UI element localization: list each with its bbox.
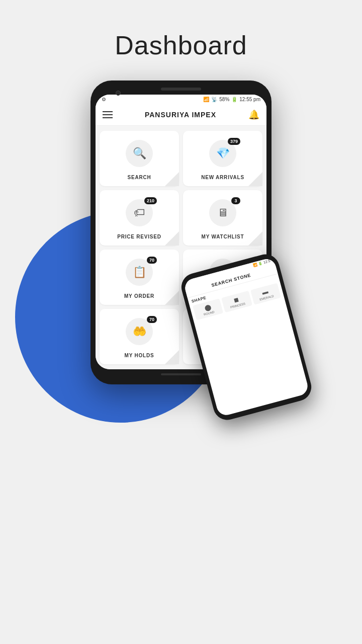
card-my-holds[interactable]: 🤲70MY HOLDS — [100, 309, 179, 364]
status-left: ⚙ — [102, 97, 106, 102]
emerald-shape-icon: ▬ — [261, 288, 269, 296]
time-display: 12:55 pm — [239, 97, 260, 102]
status-bar: ⚙ 📶 📡 58% 🔋 12:55 pm — [96, 95, 266, 104]
card-icon-area-my-watchlist: 🖥3 — [209, 199, 236, 226]
battery-icon: 🔋 — [231, 97, 237, 102]
card-icon-area-new-arrivals: 💎379 — [209, 140, 236, 167]
status-right: 📶 📡 58% 🔋 12:55 pm — [203, 97, 260, 102]
price-revised-label: PRICE REVISED — [117, 234, 161, 239]
round-shape-icon: ⬤ — [204, 303, 212, 312]
new-arrivals-badge: 379 — [228, 138, 240, 145]
secondary-phone-body: 📶 🔋 12:5 SEARCH STONE SHAPE ⬤ROUND◼PRINC… — [178, 251, 315, 423]
my-order-icon: 📋 — [133, 266, 146, 279]
card-corner-search — [164, 171, 179, 186]
phone-top-bar — [161, 88, 201, 91]
app-title: PANSURIYA IMPEX — [145, 111, 216, 119]
hamburger-line-3 — [103, 117, 113, 118]
card-new-arrivals[interactable]: 💎379NEW ARRIVALS — [183, 131, 262, 186]
secondary-battery: 🔋 — [258, 261, 263, 266]
search-label: SEARCH — [127, 175, 151, 180]
card-price-revised[interactable]: 🏷210PRICE REVISED — [100, 190, 179, 246]
sim-icon: 📡 — [211, 97, 217, 102]
my-holds-badge: 70 — [147, 316, 157, 323]
page-title: Dashboard — [115, 30, 247, 60]
my-watchlist-icon: 🖥 — [217, 206, 228, 219]
app-header: PANSURIYA IMPEX 🔔 — [96, 104, 266, 126]
hamburger-line-2 — [103, 114, 113, 115]
phone-bottom-bar — [161, 373, 201, 375]
notification-bell-icon[interactable]: 🔔 — [248, 109, 259, 120]
battery-percent: 58% — [219, 97, 229, 102]
card-corner-new-arrivals — [247, 171, 262, 186]
new-arrivals-icon: 💎 — [216, 147, 230, 160]
card-icon-area-my-order: 📋70 — [126, 259, 153, 286]
new-arrivals-label: NEW ARRIVALS — [201, 175, 244, 180]
card-corner-my-holds — [164, 349, 179, 364]
hamburger-button[interactable] — [103, 111, 113, 118]
search-icon: 🔍 — [133, 147, 146, 160]
card-my-watchlist[interactable]: 🖥3MY WATCHLIST — [183, 190, 262, 246]
card-corner-my-order — [164, 290, 179, 305]
card-icon-area-search: 🔍 — [126, 140, 153, 167]
princess-shape-icon: ◼ — [233, 296, 239, 304]
card-corner-my-watchlist — [247, 230, 262, 246]
price-revised-badge: 210 — [144, 197, 157, 204]
android-icon: ⚙ — [102, 97, 106, 102]
phone-camera — [116, 91, 121, 96]
card-corner-price-revised — [164, 230, 179, 246]
card-icon-area-my-holds: 🤲70 — [126, 318, 153, 345]
my-order-badge: 70 — [147, 257, 157, 264]
princess-shape-label: PRINCESS — [230, 302, 246, 309]
card-icon-area-price-revised: 🏷210 — [126, 199, 153, 226]
secondary-phone: 📶 🔋 12:5 SEARCH STONE SHAPE ⬤ROUND◼PRINC… — [178, 251, 315, 423]
secondary-phone-screen: 📶 🔋 12:5 SEARCH STONE SHAPE ⬤ROUND◼PRINC… — [183, 257, 310, 418]
card-search[interactable]: 🔍SEARCH — [100, 131, 179, 186]
hamburger-line-1 — [103, 111, 113, 112]
my-order-label: MY ORDER — [124, 293, 154, 299]
my-watchlist-label: MY WATCHLIST — [202, 234, 244, 239]
price-revised-icon: 🏷 — [134, 206, 145, 219]
wifi-icon: 📶 — [203, 97, 209, 102]
secondary-wifi-icon: 📶 — [252, 263, 258, 268]
card-my-order[interactable]: 📋70MY ORDER — [100, 250, 179, 305]
emerald-shape-label: EMERALD — [259, 294, 275, 301]
my-holds-icon: 🤲 — [133, 325, 146, 338]
my-holds-label: MY HOLDS — [125, 353, 154, 358]
my-watchlist-badge: 3 — [231, 197, 240, 204]
